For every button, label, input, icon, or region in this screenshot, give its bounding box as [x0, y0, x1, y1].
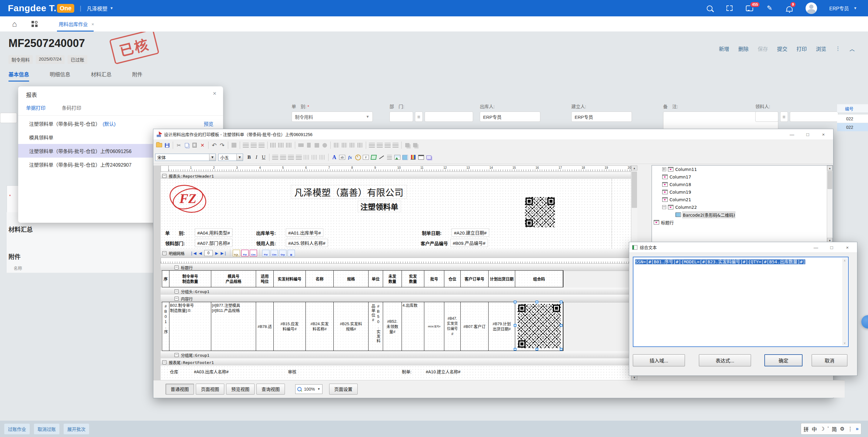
underline-button[interactable]: U [260, 154, 267, 160]
report-content-cell[interactable]: #B25.实发料规格# [334, 302, 369, 351]
report-content-row[interactable]: #B01.序B02.制令单号制造数量]:0:[#[B77.注塑模具[#[B11.… [162, 302, 563, 351]
space-horizontal-icon[interactable] [333, 141, 340, 149]
report-content-cell[interactable]: #B01.序 [162, 302, 169, 351]
report-content-cell[interactable]: #B47.实发货位编号# [444, 302, 461, 351]
tree-item-label[interactable]: Column17 [670, 175, 691, 179]
report-content-cell[interactable]: #B15.应发料编号# [274, 302, 306, 351]
doc-tab-4[interactable]: 附件 [132, 70, 143, 82]
doc-action-3[interactable]: 保存 [758, 45, 768, 53]
report-column-header[interactable]: 实发材料编号 [274, 271, 306, 287]
selection-handle[interactable] [514, 348, 517, 351]
band-detail-grid[interactable]: 明细网格 ❘◀ ◀ 0 ▶ ▶❘ SQL Fld Clm Fld Clm Grp… [161, 249, 633, 258]
report-content-cell[interactable]: #B24.实发料名称# [306, 302, 334, 351]
subreport-tool-icon[interactable] [425, 153, 433, 161]
open-icon[interactable] [155, 141, 163, 149]
report-field-label[interactable]: 单 别: [165, 230, 185, 236]
close-button[interactable]: × [839, 242, 855, 252]
report-column-header[interactable]: 客户订单号 [461, 271, 489, 287]
picker-name-input[interactable] [790, 112, 838, 122]
search-icon[interactable] [706, 4, 713, 12]
band-report-header[interactable]: 报表头:ReportHeader1 [161, 172, 633, 179]
selection-handle[interactable] [535, 301, 538, 303]
bring-to-front-icon[interactable] [403, 141, 411, 149]
ime-char[interactable]: ☽ [820, 426, 824, 432]
tree-item[interactable]: Column18 [652, 181, 833, 188]
doc-action-6[interactable]: 浏览 [816, 45, 826, 53]
align-bottom-icon[interactable] [285, 141, 293, 149]
designer-title-bar[interactable]: 设计用料出库作业的打印模板 - 注塑领料单（带条码-批号-仓位）上传060912… [153, 129, 833, 140]
field-list-button[interactable]: Fld [262, 250, 270, 256]
report-field-label[interactable]: 出库单号: [256, 230, 276, 236]
first-record-icon[interactable]: ❘◀ [190, 251, 196, 255]
tree-item-label[interactable]: Column22 [675, 205, 697, 210]
table-tool-icon[interactable] [417, 153, 425, 161]
close-icon[interactable]: × [92, 22, 94, 27]
report-column-header[interactable]: 模具号产品规格 [211, 271, 256, 287]
maximize-button[interactable]: □ [824, 242, 839, 252]
report-content-cell[interactable]: #B78.适 [256, 302, 274, 351]
save-icon[interactable] [163, 141, 171, 149]
undo-icon[interactable]: ↶ [210, 141, 218, 149]
report-field-value[interactable]: #A07.部门名称# [195, 239, 232, 247]
tree-item-label[interactable]: Column21 [670, 197, 691, 202]
prev-record-icon[interactable]: ◀ [199, 251, 202, 255]
band-report-footer[interactable]: 报表尾:ReportFooter1 [161, 358, 633, 366]
doc-tab-1[interactable]: 基本信息 [8, 70, 29, 82]
collapse-band-icon[interactable] [175, 353, 179, 357]
composite-text-editor[interactable]: SSN=[#[B01.序号]#]{MODEL=[#[B23.实发料编号]#]{Q… [633, 257, 848, 347]
left-clipped-input[interactable] [0, 113, 17, 123]
selection-handle[interactable] [560, 301, 562, 303]
report-content-cell[interactable]: #B07.客户订 [461, 302, 489, 351]
doc-action-4[interactable]: 提交 [777, 45, 787, 53]
tree-item-label[interactable]: Column18 [670, 182, 691, 187]
report-column-header[interactable]: 序 [162, 271, 169, 287]
expression-button[interactable]: 表达式... [699, 354, 751, 366]
group-list-button[interactable]: Grp [279, 250, 286, 256]
redo-icon[interactable]: ↷ [218, 141, 226, 149]
report-field-value[interactable]: #A20.建立日期# [452, 228, 489, 237]
report-content-cell[interactable] [515, 302, 563, 351]
view-normal-button[interactable]: 普通视图 [165, 384, 194, 395]
collapse-band-icon[interactable] [162, 360, 166, 364]
column-edit-button[interactable]: Clm [250, 250, 257, 256]
report-column-header[interactable]: 实发数量 [402, 271, 424, 287]
sql-button[interactable]: SQL [233, 250, 240, 256]
more-actions-icon[interactable]: ⋮ [835, 45, 840, 52]
font-color-icon[interactable]: A [330, 153, 338, 161]
apps-icon[interactable] [32, 21, 38, 27]
minimize-button[interactable]: — [808, 242, 824, 252]
preview-link[interactable]: 预览 [204, 120, 213, 127]
picker-browse-button[interactable]: ≣ [780, 112, 788, 122]
picker-code-input[interactable] [755, 112, 778, 122]
scroll-up-icon[interactable]: ∧ [842, 258, 847, 263]
report-column-header[interactable]: 仓位 [444, 271, 461, 287]
ime-char[interactable]: ⚙ [840, 426, 844, 432]
align-right-icon[interactable] [258, 141, 266, 149]
selection-handle[interactable] [560, 348, 562, 351]
expression-tool-icon[interactable]: fx [346, 153, 354, 161]
avatar[interactable] [806, 2, 817, 14]
cut-icon[interactable]: ✂ [175, 141, 183, 149]
band-title-row[interactable]: 标题行 [161, 264, 645, 271]
scroll-up-icon[interactable]: ▲ [631, 165, 638, 170]
tab-barcode-print[interactable]: 条码打印 [62, 104, 81, 111]
company-logo[interactable]: FZ [168, 182, 208, 215]
report-field-value[interactable]: #A04.用料类型# [195, 228, 232, 237]
band-content-row[interactable]: 内容行 [161, 294, 645, 303]
vertical-text-left-icon[interactable] [303, 153, 311, 161]
report-column-header[interactable]: 名称 [306, 271, 334, 287]
collapse-band-icon[interactable] [175, 289, 179, 293]
selection-handle[interactable] [514, 301, 517, 303]
report-column-header[interactable]: 组合码 [515, 271, 563, 287]
content-qr-code[interactable] [517, 303, 561, 349]
close-icon[interactable]: × [213, 90, 216, 97]
tree-item[interactable]: Column22 [652, 204, 833, 211]
same-width-icon[interactable] [297, 141, 305, 149]
text-align-center-icon[interactable] [279, 153, 287, 161]
text-align-left-icon[interactable] [271, 153, 279, 161]
bold-button[interactable]: B [246, 154, 253, 160]
tab-material-issue[interactable]: 用料出库作业× [59, 17, 94, 32]
doc-action-1[interactable]: 新增 [719, 45, 729, 53]
edit-icon[interactable]: ✎ [766, 4, 773, 12]
column-list-button[interactable]: Clm [271, 250, 278, 256]
